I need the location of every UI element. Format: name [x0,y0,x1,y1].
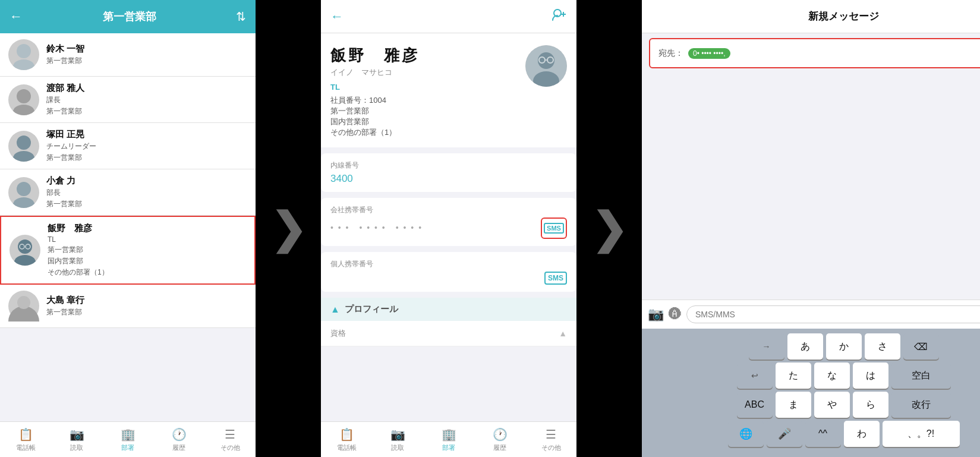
key-na[interactable]: な [814,363,850,389]
contact-dept: 第一営業部 [46,307,84,317]
key-ka[interactable]: か [826,333,862,360]
tab-contacts-2[interactable]: 📋 電話帳 [321,422,372,457]
tab-dept-2[interactable]: 🏢 部署 [423,422,474,457]
key-arrow-right[interactable]: → [749,333,784,360]
avatar [8,131,39,162]
contact-info: 飯野 雅彦 TL 第一営業部 国内営業部 その他の部署（1） [48,223,109,278]
key-caps[interactable]: ^^ [805,421,841,447]
key-ta[interactable]: た [776,363,811,389]
tab-other-label-2: その他 [541,443,561,452]
tab-scan[interactable]: 📷 読取 [51,422,102,457]
back-button[interactable]: ← [330,9,344,24]
tab-contacts[interactable]: 📋 電話帳 [0,422,51,457]
contact-detail-panel: ← 飯野 雅彦 イイノ マサヒコ TL 社員番号：1004 第一営業部 国内営業… [321,0,576,457]
sms-button[interactable]: SMS [541,218,567,239]
extension-section: 内線番号 3400 [321,153,576,192]
tab-history-2[interactable]: 🕐 履歴 [474,422,525,457]
extension-value[interactable]: 3400 [330,173,567,185]
list-item[interactable]: 塚田 正晃 チームリーダー 第一営業部 [0,123,256,169]
key-globe[interactable]: 🌐 [728,421,764,447]
detail-role: TL [330,83,516,92]
keyboard-row-4: 🌐 🎤 ^^ わ 、。?! [644,421,980,447]
key-space[interactable]: 空白 [891,363,951,389]
contact-name: 鈴木 一智 [46,43,84,55]
contacts-icon-2: 📋 [339,427,354,442]
key-enter[interactable]: 改行 [891,392,951,418]
key-sa[interactable]: さ [865,333,900,360]
tab-scan-2[interactable]: 📷 読取 [372,422,423,457]
compose-bar: 📷 🅐 [642,300,980,329]
to-chip: 0• •••• ••••, [688,48,730,59]
mobile-company-row: • • • • • • • • • • • SMS [330,218,567,239]
list-item[interactable]: 鈴木 一智 第一営業部 [0,33,256,77]
chevron-right-icon-2: ❯ [591,204,627,254]
add-contact-button[interactable] [552,8,567,24]
tab-bar: 📋 電話帳 📷 読取 🏢 部署 🕐 履歴 ☰ その他 [0,421,256,457]
list-item[interactable]: 大島 章行 第一営業部 [0,285,256,328]
mobile-personal-label: 個人携帯番号 [330,259,567,269]
contacts-icon: 📋 [18,427,33,442]
detail-dept3: その他の部署（1） [330,127,516,138]
contact-dept2: 国内営業部 [48,256,109,266]
tab-scan-label-2: 読取 [391,443,404,452]
list-item-selected[interactable]: 飯野 雅彦 TL 第一営業部 国内営業部 その他の部署（1） [0,216,256,285]
message-input[interactable] [686,305,980,323]
key-delete[interactable]: ⌫ [903,333,939,360]
message-body-area[interactable] [642,73,980,300]
list-item[interactable]: 小倉 力 部長 第一営業部 [0,169,256,216]
camera-icon[interactable]: 📷 [648,307,664,322]
app-icon[interactable]: 🅐 [669,307,682,322]
mobile-company-section: 会社携帯番号 • • • • • • • • • • • SMS [321,198,576,246]
tab-dept-label-2: 部署 [442,443,455,452]
tab-contacts-label-2: 電話帳 [337,443,357,452]
history-icon-2: 🕐 [493,427,508,442]
extension-label: 内線番号 [330,160,567,171]
key-a[interactable]: あ [787,333,823,360]
detail-content: 飯野 雅彦 イイノ マサヒコ TL 社員番号：1004 第一営業部 国内営業部 … [321,33,576,421]
key-mic[interactable]: 🎤 [767,421,802,447]
contact-info: 渡部 雅人 課長 第一営業部 [46,83,84,116]
sms-personal-button[interactable]: SMS [544,272,567,285]
avatar [8,39,39,70]
list-header: ← 第一営業部 ⇅ [0,0,256,33]
back-button[interactable]: ← [10,9,23,24]
tab-contacts-label: 電話帳 [16,443,36,452]
key-punct[interactable]: 、。?! [883,421,960,447]
profile-title: プロフィール [345,304,398,315]
key-ya[interactable]: や [814,392,850,418]
key-wa[interactable]: わ [844,421,880,447]
scan-icon: 📷 [70,427,84,442]
svg-point-7 [13,197,34,208]
key-return-arrow[interactable]: ↩ [737,363,773,389]
contact-dept: 第一営業部 [46,199,82,209]
message-header: 新規メッセージ キャンセル [642,0,980,33]
tab-other-label: その他 [220,443,240,452]
tab-other-2[interactable]: ☰ その他 [525,422,576,457]
svg-point-5 [13,151,34,162]
tab-other[interactable]: ☰ その他 [204,422,256,457]
key-abc[interactable]: ABC [737,392,773,418]
mobile-personal-section: 個人携帯番号 SMS [321,252,576,292]
list-item[interactable]: 渡部 雅人 課長 第一営業部 [0,77,256,123]
other-icon-2: ☰ [546,427,556,442]
tab-history[interactable]: 🕐 履歴 [153,422,204,457]
svg-point-3 [13,105,34,115]
cert-field: 資格 ▲ [321,321,576,346]
key-ha[interactable]: は [853,363,888,389]
contact-name: 小倉 力 [46,175,82,187]
avatar [10,235,40,266]
profile-section-header[interactable]: ▲ プロフィール [321,298,576,321]
chevron-right-icon: ❯ [270,204,306,254]
history-icon: 🕐 [172,427,187,442]
contact-role: TL [48,235,109,244]
to-field[interactable]: 宛先： 0• •••• ••••, [649,38,980,68]
avatar [8,84,39,115]
sort-button[interactable]: ⇅ [236,10,246,24]
cert-label: 資格 [330,328,346,339]
key-ma[interactable]: ま [776,392,811,418]
tab-dept[interactable]: 🏢 部署 [102,422,153,457]
key-ra[interactable]: ら [853,392,888,418]
contact-dept: 第一営業部 [46,56,84,66]
contact-dept: 第一営業部 [48,245,109,255]
list-title: 第一営業部 [103,10,156,24]
